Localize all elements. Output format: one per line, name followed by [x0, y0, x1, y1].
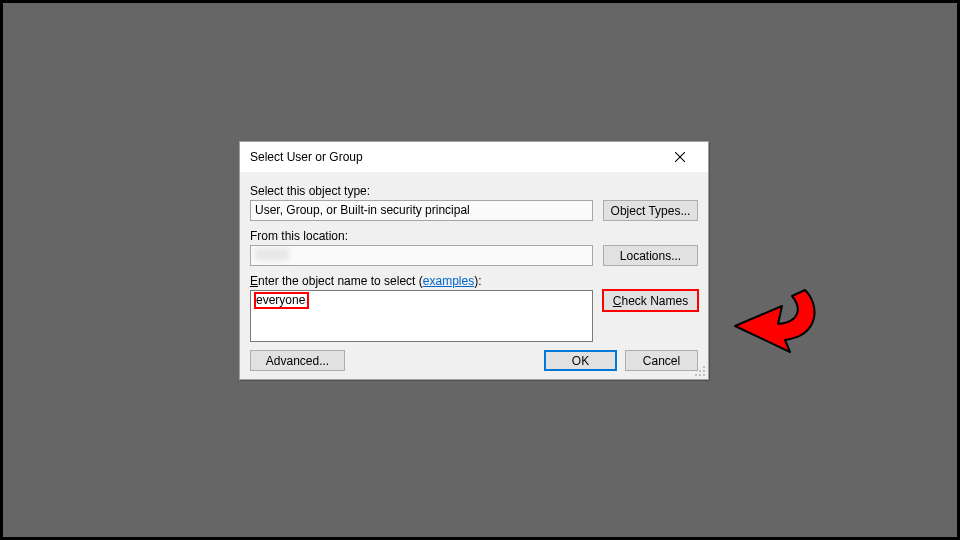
resize-grip-icon[interactable]	[694, 365, 706, 377]
advanced-button[interactable]: Advanced...	[250, 350, 345, 371]
svg-point-4	[703, 370, 705, 372]
dialog-title: Select User or Group	[250, 150, 660, 164]
svg-point-6	[699, 374, 701, 376]
close-button[interactable]	[660, 145, 700, 169]
svg-point-7	[703, 374, 705, 376]
input-highlight: everyone	[254, 292, 309, 309]
locations-button[interactable]: Locations...	[603, 245, 698, 266]
svg-point-5	[695, 374, 697, 376]
object-types-button[interactable]: Object Types...	[603, 200, 698, 221]
object-name-label: Enter the object name to select (example…	[250, 274, 698, 288]
dialog-button-row: Advanced... OK Cancel	[250, 350, 698, 371]
cancel-button[interactable]: Cancel	[625, 350, 698, 371]
select-user-or-group-dialog: Select User or Group Select this object …	[239, 141, 709, 380]
location-label: From this location:	[250, 229, 698, 243]
location-field	[250, 245, 593, 266]
object-type-label: Select this object type:	[250, 184, 698, 198]
check-names-button[interactable]: Check Names	[603, 290, 698, 311]
location-value-redacted	[255, 248, 289, 261]
titlebar[interactable]: Select User or Group	[240, 142, 708, 172]
ok-button[interactable]: OK	[544, 350, 617, 371]
dialog-body: Select this object type: User, Group, or…	[240, 172, 708, 379]
svg-point-2	[703, 366, 705, 368]
object-name-input[interactable]: everyone	[250, 290, 593, 342]
close-icon	[675, 152, 685, 162]
object-type-field: User, Group, or Built-in security princi…	[250, 200, 593, 221]
examples-link[interactable]: examples	[423, 274, 474, 288]
svg-point-3	[699, 370, 701, 372]
